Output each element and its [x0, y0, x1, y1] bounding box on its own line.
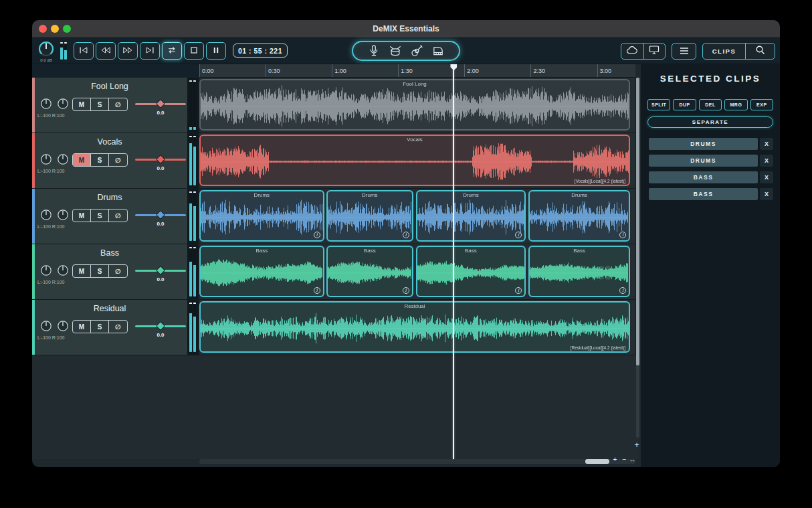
audio-clip[interactable]: Drums i — [416, 190, 526, 242]
microphone-icon[interactable] — [368, 45, 380, 57]
selected-clip-label[interactable]: DRUMS — [649, 138, 758, 150]
close-window-button[interactable] — [39, 25, 47, 33]
solo-button[interactable]: S — [91, 321, 109, 333]
volume-slider[interactable] — [135, 320, 186, 332]
gain-knob[interactable] — [40, 153, 52, 165]
phase-button[interactable]: ∅ — [109, 209, 127, 222]
pan-knob[interactable] — [57, 264, 69, 276]
audio-clip[interactable]: Drums i — [528, 190, 630, 242]
audio-clip[interactable]: Drums i — [199, 190, 324, 242]
slider-thumb[interactable] — [156, 99, 165, 108]
drums-icon[interactable] — [389, 45, 401, 57]
audio-clip[interactable]: Residual [Residual][Local][4.2 (latest)] — [199, 301, 630, 353]
fast-forward-button[interactable] — [118, 42, 138, 60]
clips-button[interactable]: CLIPS — [703, 44, 745, 59]
volume-slider[interactable] — [135, 264, 186, 276]
phase-button[interactable]: ∅ — [109, 321, 127, 333]
pan-knob[interactable] — [57, 209, 69, 221]
horizontal-scrollbar[interactable] — [199, 459, 635, 464]
track-header[interactable]: Vocals M S ∅ 0.0 — [32, 133, 187, 188]
pan-knob[interactable] — [57, 153, 69, 165]
selected-clip-label[interactable]: BASS — [649, 188, 758, 200]
track-lane[interactable]: Fool Long — [199, 78, 635, 133]
del-button[interactable]: DEL — [699, 99, 722, 110]
solo-button[interactable]: S — [91, 98, 109, 110]
mute-button[interactable]: M — [73, 98, 91, 110]
solo-button[interactable]: S — [91, 209, 109, 222]
pan-knob[interactable] — [57, 320, 69, 332]
gain-knob[interactable] — [40, 264, 52, 276]
menu-button[interactable] — [672, 44, 696, 59]
zoom-window-button[interactable] — [63, 25, 71, 33]
mute-button[interactable]: M — [73, 321, 91, 333]
stem-selector[interactable] — [352, 41, 460, 61]
dup-button[interactable]: DUP — [673, 99, 696, 110]
rewind-button[interactable] — [96, 42, 116, 60]
info-badge-icon[interactable]: i — [403, 232, 409, 238]
gain-knob[interactable] — [40, 98, 52, 110]
split-button[interactable]: SPLIT — [647, 99, 670, 110]
track-header[interactable]: Residual M S ∅ 0 — [32, 300, 187, 355]
pause-button[interactable] — [206, 42, 226, 60]
solo-button[interactable]: S — [91, 154, 109, 166]
horizontal-scrollbar-thumb[interactable] — [585, 459, 609, 464]
track-lane[interactable]: Residual [Residual][Local][4.2 (latest)] — [199, 300, 635, 355]
audio-clip[interactable]: Bass i — [326, 246, 413, 297]
selected-clip-label[interactable]: DRUMS — [649, 155, 758, 167]
exp-button[interactable]: EXP — [750, 99, 773, 110]
mute-button[interactable]: M — [73, 265, 91, 277]
mrg-button[interactable]: MRG — [724, 99, 747, 110]
search-button[interactable] — [745, 44, 775, 59]
master-gain-knob[interactable] — [37, 40, 55, 58]
track-lane[interactable]: Drums i Drums i Drums i Drums i — [199, 189, 635, 244]
slider-thumb[interactable] — [156, 155, 165, 164]
info-badge-icon[interactable]: i — [314, 232, 320, 238]
stop-button[interactable] — [184, 42, 204, 60]
gain-knob[interactable] — [40, 320, 52, 332]
monitor-button[interactable] — [643, 44, 666, 59]
audio-clip[interactable]: Bass i — [199, 246, 324, 297]
loop-button[interactable] — [162, 42, 182, 60]
guitar-icon[interactable] — [411, 45, 423, 57]
volume-slider[interactable] — [135, 98, 186, 110]
track-lane[interactable]: Vocals [Vocals][Local][4.2 (latest)] — [199, 133, 635, 188]
skip-start-button[interactable] — [74, 42, 94, 60]
audio-clip[interactable]: Bass i — [416, 246, 526, 297]
audio-clip[interactable]: Bass i — [528, 246, 630, 297]
vertical-scrollbar-thumb[interactable] — [636, 78, 639, 365]
remove-clip-button[interactable]: X — [760, 155, 773, 167]
track-header[interactable]: Fool Long M S ∅ — [32, 78, 187, 133]
phase-button[interactable]: ∅ — [109, 98, 127, 110]
zoom-fit-button[interactable]: ↔ — [628, 456, 637, 463]
pan-knob[interactable] — [57, 98, 69, 110]
phase-button[interactable]: ∅ — [109, 265, 127, 277]
mute-button[interactable]: M — [73, 209, 91, 222]
minimize-window-button[interactable] — [51, 25, 59, 33]
zoom-in-button[interactable]: + — [611, 456, 619, 463]
solo-button[interactable]: S — [91, 265, 109, 277]
slider-thumb[interactable] — [156, 321, 165, 331]
track-lane[interactable]: Bass i Bass i Bass i Bass i — [199, 244, 635, 299]
mute-button[interactable]: M — [73, 154, 91, 166]
remove-clip-button[interactable]: X — [760, 188, 773, 200]
info-badge-icon[interactable]: i — [619, 287, 626, 294]
track-header[interactable]: Bass M S ∅ 0.0 — [32, 244, 187, 299]
slider-thumb[interactable] — [156, 266, 165, 275]
info-badge-icon[interactable]: i — [314, 287, 320, 294]
selected-clip-label[interactable]: BASS — [649, 171, 758, 183]
piano-icon[interactable] — [432, 45, 444, 57]
remove-clip-button[interactable]: X — [760, 171, 773, 183]
audio-clip[interactable]: Vocals [Vocals][Local][4.2 (latest)] — [199, 135, 630, 186]
timeline-ruler[interactable]: 0:000:301:001:302:002:303:00 — [199, 64, 635, 78]
info-badge-icon[interactable]: i — [619, 232, 626, 238]
remove-clip-button[interactable]: X — [760, 138, 773, 150]
vertical-scrollbar[interactable] — [636, 78, 639, 438]
playhead[interactable] — [453, 64, 454, 459]
info-badge-icon[interactable]: i — [403, 287, 409, 294]
skip-end-button[interactable] — [140, 42, 160, 60]
audio-clip[interactable]: Fool Long — [199, 79, 630, 131]
audio-clip[interactable]: Drums i — [326, 190, 413, 242]
gain-knob[interactable] — [40, 209, 52, 221]
volume-slider[interactable] — [135, 153, 186, 165]
separate-button[interactable]: SEPARATE — [647, 116, 773, 128]
